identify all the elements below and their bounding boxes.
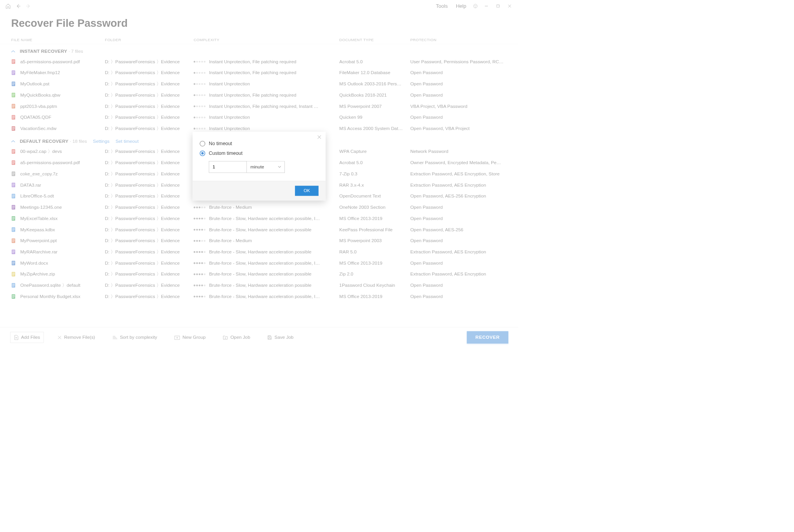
timeout-value-input[interactable]: [209, 161, 247, 173]
radio-icon: [200, 151, 205, 156]
timeout-unit-label: minute: [250, 164, 264, 170]
radio-icon: [200, 141, 205, 146]
radio-no-timeout-label: No timeout: [209, 141, 232, 146]
chevron-down-icon: [278, 166, 281, 168]
ok-button[interactable]: OK: [295, 186, 318, 196]
modal-close-button[interactable]: [317, 135, 321, 139]
close-icon: [317, 135, 321, 139]
radio-custom-timeout-label: Custom timeout: [209, 151, 243, 156]
radio-no-timeout[interactable]: No timeout: [200, 139, 319, 149]
radio-custom-timeout[interactable]: Custom timeout: [200, 149, 319, 158]
timeout-modal: No timeout Custom timeout minute OK: [192, 132, 326, 201]
timeout-unit-select[interactable]: minute: [247, 161, 285, 173]
